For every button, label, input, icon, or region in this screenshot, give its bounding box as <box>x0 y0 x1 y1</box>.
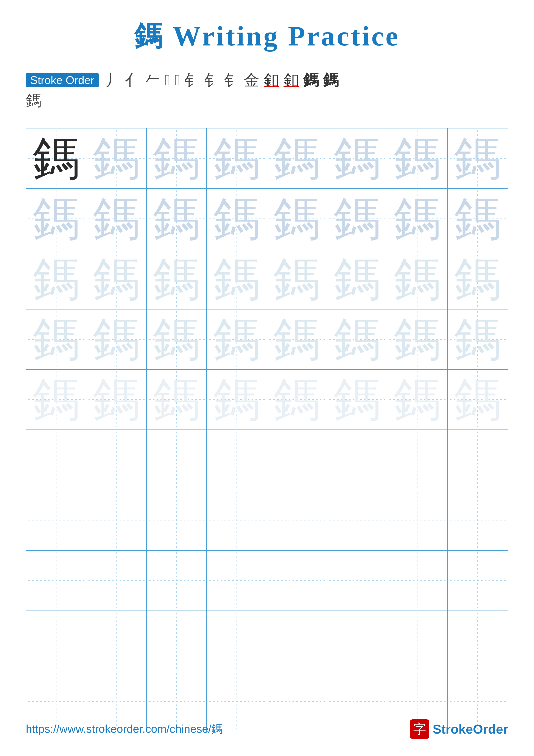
stroke-4: 𠃌 <box>165 72 170 88</box>
char-light: 鎷 <box>273 316 320 363</box>
cell-2-1: 鎷 <box>26 189 87 249</box>
cell-2-3: 鎷 <box>147 189 207 249</box>
stroke-7: 钅 <box>204 72 220 88</box>
cell-9-7 <box>387 611 447 671</box>
grid-row-6 <box>26 430 508 490</box>
char-medium: 鎷 <box>394 135 441 182</box>
cell-8-7 <box>387 551 447 611</box>
stroke-order-row: Stroke Order 丿 亻 𠂉 𠃌 𠄌 钅 钅 钅 金 釦 釦 鎷 鎷 <box>26 72 508 88</box>
footer: https://www.strokeorder.com/chinese/鎷 字 … <box>26 719 508 739</box>
cell-3-2: 鎷 <box>87 249 146 310</box>
stroke-11: 釦 <box>284 72 299 88</box>
cell-7-4 <box>207 490 267 551</box>
title-char: 鎷 <box>135 20 164 51</box>
cell-1-4: 鎷 <box>207 128 267 189</box>
cell-2-4: 鎷 <box>207 189 267 249</box>
char-medium: 鎷 <box>213 135 260 182</box>
cell-8-6 <box>327 551 387 611</box>
char-medium: 鎷 <box>394 195 441 242</box>
cell-7-3 <box>147 490 207 551</box>
stroke-12: 鎷 <box>303 72 319 88</box>
cell-5-6: 鎷 <box>327 370 387 430</box>
char-medium: 鎷 <box>213 195 260 242</box>
cell-8-3 <box>147 551 207 611</box>
logo-icon: 字 <box>410 719 429 739</box>
cell-7-5 <box>267 490 327 551</box>
cell-6-4 <box>207 430 267 490</box>
cell-4-2: 鎷 <box>87 310 146 370</box>
char-medium: 鎷 <box>273 195 320 242</box>
cell-3-4: 鎷 <box>207 249 267 310</box>
char-very-light: 鎷 <box>334 376 381 423</box>
cell-1-8: 鎷 <box>447 128 508 189</box>
stroke-6: 钅 <box>184 72 200 88</box>
logo-text: StrokeOrder <box>433 722 508 737</box>
cell-6-6 <box>327 430 387 490</box>
stroke-10: 釦 <box>264 72 279 88</box>
stroke-order-badge: Stroke Order <box>26 73 99 87</box>
cell-7-2 <box>87 490 146 551</box>
char-medium: 鎷 <box>93 135 140 182</box>
cell-2-7: 鎷 <box>387 189 447 249</box>
cell-5-3: 鎷 <box>147 370 207 430</box>
char-light: 鎷 <box>454 316 501 363</box>
footer-logo: 字 StrokeOrder <box>410 719 508 739</box>
char-light: 鎷 <box>394 316 441 363</box>
grid-row-7 <box>26 490 508 551</box>
char-very-light: 鎷 <box>93 376 140 423</box>
cell-3-3: 鎷 <box>147 249 207 310</box>
char-light: 鎷 <box>334 256 381 303</box>
stroke-8: 钅 <box>224 72 240 88</box>
char-medium: 鎷 <box>454 195 501 242</box>
cell-8-2 <box>87 551 146 611</box>
char-light: 鎷 <box>394 256 441 303</box>
char-medium: 鎷 <box>334 195 381 242</box>
cell-6-8 <box>447 430 508 490</box>
grid-row-9 <box>26 611 508 671</box>
cell-3-1: 鎷 <box>26 249 87 310</box>
char-light: 鎷 <box>454 256 501 303</box>
cell-9-2 <box>87 611 146 671</box>
cell-5-5: 鎷 <box>267 370 327 430</box>
stroke-13: 鎷 <box>323 72 339 88</box>
practice-grid: 鎷 鎷 鎷 鎷 鎷 鎷 鎷 鎷 <box>26 128 508 732</box>
cell-6-1 <box>26 430 87 490</box>
char-very-light: 鎷 <box>153 376 200 423</box>
cell-4-5: 鎷 <box>267 310 327 370</box>
cell-4-3: 鎷 <box>147 310 207 370</box>
cell-7-6 <box>327 490 387 551</box>
cell-5-4: 鎷 <box>207 370 267 430</box>
stroke-order-section: Stroke Order 丿 亻 𠂉 𠃌 𠄌 钅 钅 钅 金 釦 釦 鎷 鎷 鎷 <box>26 72 508 111</box>
cell-2-2: 鎷 <box>87 189 146 249</box>
cell-2-6: 鎷 <box>327 189 387 249</box>
stroke-overflow: 鎷 <box>26 90 508 111</box>
footer-url: https://www.strokeorder.com/chinese/鎷 <box>26 721 222 737</box>
logo-text-prefix: Stroke <box>433 722 473 736</box>
cell-8-8 <box>447 551 508 611</box>
cell-1-2: 鎷 <box>87 128 146 189</box>
cell-1-3: 鎷 <box>147 128 207 189</box>
char-very-light: 鎷 <box>394 376 441 423</box>
grid-row-4: 鎷 鎷 鎷 鎷 鎷 鎷 鎷 鎷 <box>26 310 508 370</box>
cell-2-5: 鎷 <box>267 189 327 249</box>
char-very-light: 鎷 <box>273 376 320 423</box>
cell-5-8: 鎷 <box>447 370 508 430</box>
cell-8-5 <box>267 551 327 611</box>
grid-row-5: 鎷 鎷 鎷 鎷 鎷 鎷 鎷 鎷 <box>26 370 508 430</box>
cell-9-3 <box>147 611 207 671</box>
page: 鎷 Writing Practice Stroke Order 丿 亻 𠂉 𠃌 … <box>0 0 534 756</box>
char-medium: 鎷 <box>153 195 200 242</box>
cell-3-7: 鎷 <box>387 249 447 310</box>
cell-6-5 <box>267 430 327 490</box>
stroke-5: 𠄌 <box>174 72 180 88</box>
cell-2-8: 鎷 <box>447 189 508 249</box>
title-label: Writing Practice <box>164 20 400 51</box>
page-title: 鎷 Writing Practice <box>135 17 400 55</box>
char-medium: 鎷 <box>33 195 80 242</box>
char-light: 鎷 <box>33 256 80 303</box>
grid-row-1: 鎷 鎷 鎷 鎷 鎷 鎷 鎷 鎷 <box>26 128 508 189</box>
stroke-2: 亻 <box>125 72 140 88</box>
cell-3-8: 鎷 <box>447 249 508 310</box>
char-medium: 鎷 <box>454 135 501 182</box>
stroke-chars: 丿 亻 𠂉 𠃌 𠄌 钅 钅 钅 金 釦 釦 鎷 鎷 <box>103 72 341 88</box>
